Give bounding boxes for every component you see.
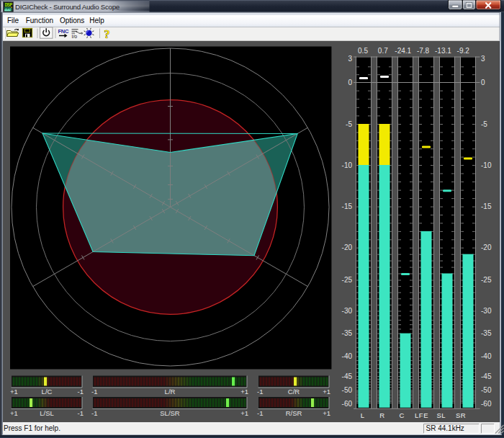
svg-text:SL: SL xyxy=(436,411,446,419)
svg-text:3: 3 xyxy=(348,55,352,63)
svg-text:+1: +1 xyxy=(323,409,330,417)
svg-text:SR: SR xyxy=(456,411,466,419)
svg-text:LFE: LFE xyxy=(415,411,428,419)
svg-text:-7.8: -7.8 xyxy=(417,47,430,55)
svg-text:+1: +1 xyxy=(240,388,248,395)
svg-text:SR 44.1kHz: SR 44.1kHz xyxy=(426,424,464,432)
svg-text:0.5: 0.5 xyxy=(358,47,368,55)
svg-text:-1: -1 xyxy=(78,409,84,417)
svg-text:-45: -45 xyxy=(481,372,492,380)
svg-text:-1: -1 xyxy=(257,388,263,395)
svg-text:?: ? xyxy=(104,28,110,40)
svg-text:-10: -10 xyxy=(342,161,353,169)
svg-text:DIGICheck - Surround Audio Sco: DIGICheck - Surround Audio Scope xyxy=(15,3,120,11)
svg-text:Options: Options xyxy=(60,17,84,24)
svg-text:-40: -40 xyxy=(342,352,353,360)
svg-text:-25: -25 xyxy=(342,276,353,284)
svg-text:-35: -35 xyxy=(481,329,492,337)
svg-text:-50: -50 xyxy=(342,386,353,394)
svg-text:0: 0 xyxy=(348,79,352,86)
svg-text:0: 0 xyxy=(481,79,485,86)
svg-text:L/R: L/R xyxy=(165,388,176,395)
svg-text:-50: -50 xyxy=(481,386,492,394)
svg-text:-40: -40 xyxy=(481,352,492,360)
svg-text:-35: -35 xyxy=(342,329,353,337)
svg-text:C/R: C/R xyxy=(288,388,300,395)
svg-text:0.7: 0.7 xyxy=(378,47,388,55)
svg-text:-45: -45 xyxy=(342,372,353,380)
svg-text:Function: Function xyxy=(26,17,53,24)
svg-text:-30: -30 xyxy=(342,307,353,315)
svg-text:+1: +1 xyxy=(10,409,18,417)
svg-text:-5: -5 xyxy=(481,120,487,128)
svg-text:-1: -1 xyxy=(91,409,97,417)
svg-text:-15: -15 xyxy=(481,202,492,210)
svg-text:3: 3 xyxy=(481,55,485,63)
svg-text:+1: +1 xyxy=(323,388,330,395)
svg-text:-60: -60 xyxy=(342,400,353,408)
svg-text:-1: -1 xyxy=(78,388,84,395)
svg-text:R: R xyxy=(379,411,384,419)
svg-text:C: C xyxy=(399,411,404,419)
svg-text:-5: -5 xyxy=(346,120,352,128)
svg-text:-30: -30 xyxy=(481,307,492,315)
svg-text:+1: +1 xyxy=(240,409,248,417)
svg-text:-10: -10 xyxy=(481,161,492,169)
svg-text:Help: Help xyxy=(89,17,104,24)
svg-text:-9.2: -9.2 xyxy=(457,47,470,55)
svg-text:L: L xyxy=(361,411,365,419)
svg-text:-1: -1 xyxy=(91,388,97,395)
svg-text:R/SR: R/SR xyxy=(286,409,302,417)
svg-text:-1: -1 xyxy=(257,409,263,417)
svg-text:L/C: L/C xyxy=(42,388,53,395)
svg-text:-15: -15 xyxy=(342,202,353,210)
svg-text:SL/SR: SL/SR xyxy=(160,409,180,417)
svg-text:Press F1 for help.: Press F1 for help. xyxy=(4,424,60,432)
svg-text:-25: -25 xyxy=(481,276,492,284)
svg-text:-24.1: -24.1 xyxy=(395,47,411,55)
svg-text:-20: -20 xyxy=(481,243,492,251)
svg-text:-60: -60 xyxy=(481,400,492,408)
svg-text:I/o: I/o xyxy=(72,34,78,39)
svg-text:-20: -20 xyxy=(342,243,353,251)
svg-text:L/SL: L/SL xyxy=(40,409,54,417)
svg-text:-13.1: -13.1 xyxy=(435,47,451,55)
svg-text:FNC: FNC xyxy=(58,28,69,35)
svg-text:File: File xyxy=(7,17,19,24)
svg-text:+1: +1 xyxy=(10,388,18,395)
